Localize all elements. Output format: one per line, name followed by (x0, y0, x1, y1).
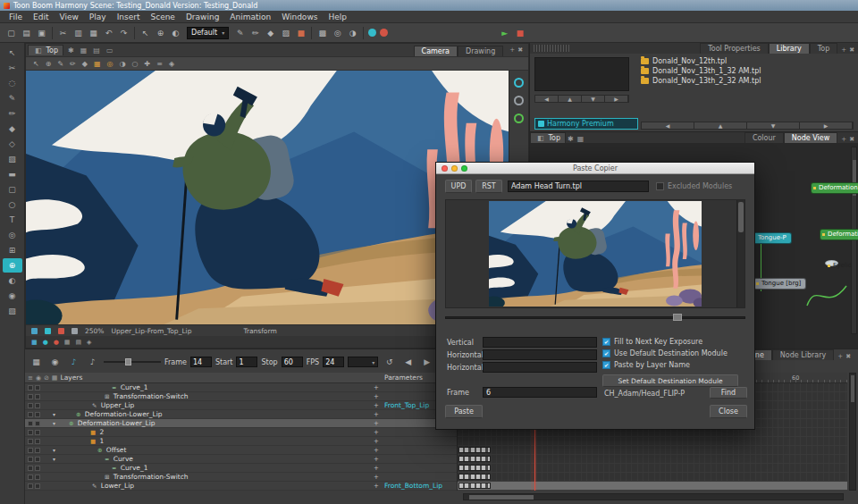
maximize-window-icon[interactable] (461, 165, 467, 172)
paint-icon[interactable]: ◆ (263, 25, 278, 40)
menu-item[interactable]: Edit (28, 13, 54, 21)
menu-item[interactable]: Insert (112, 13, 146, 21)
timeline-layer-row[interactable]: ≈ Curve_1 + (25, 383, 457, 392)
timeline-layer-row[interactable]: ⊞ Transformation-Switch + (25, 473, 457, 482)
scroll-up-icon[interactable]: ▲ (694, 122, 747, 129)
add-parameter-icon[interactable]: + (374, 474, 379, 481)
node-deformation-2[interactable]: Deformation (820, 229, 858, 240)
layer-extra-checkbox[interactable] (35, 403, 40, 408)
panel-drag-handle[interactable] (534, 45, 569, 52)
strip-gem-icon[interactable]: ◈ (87, 339, 91, 346)
layer-extra-checkbox[interactable] (35, 483, 40, 489)
view-menu-icon[interactable]: ≡ (156, 60, 163, 68)
grid-view-icon[interactable]: ▦ (79, 46, 89, 55)
add-parameter-icon[interactable]: + (374, 420, 379, 427)
copy-icon[interactable]: ▥ (71, 25, 86, 40)
minimize-window-icon[interactable] (451, 165, 458, 172)
paste-icon[interactable]: ▦ (86, 25, 101, 40)
option-checkbox[interactable]: ✔ (602, 349, 610, 357)
timeline-layer-row[interactable]: ≈ Curve_1 + (25, 464, 457, 473)
scroll-right-icon[interactable]: ▶ (800, 122, 853, 129)
more-options-icon[interactable]: ◈ (169, 60, 174, 68)
keyframe-block[interactable] (458, 456, 491, 462)
layer-extra-checkbox[interactable] (35, 448, 40, 453)
morph-tool-icon[interactable]: ▧ (3, 304, 22, 318)
add-parameter-icon[interactable]: + (374, 402, 379, 409)
timeline-layer-row[interactable]: ⊞ Transformation-Switch + (25, 392, 457, 401)
layer-enable-checkbox[interactable] (28, 457, 33, 462)
text-tool-icon[interactable]: T (3, 213, 22, 227)
undo-icon[interactable]: ↶ (101, 25, 116, 40)
node-tongue-brg[interactable]: Tongue [brg] (753, 278, 806, 290)
layer-visibility-icon[interactable]: ▦ (29, 355, 44, 370)
timeline-layer-row[interactable]: ▾ ⊕ Offset + (25, 446, 457, 455)
add-parameter-icon[interactable]: + (374, 411, 379, 418)
slider-thumb[interactable] (673, 314, 682, 321)
add-parameter-icon[interactable]: + (374, 384, 379, 391)
scroll-right-icon[interactable]: ▶ (605, 96, 628, 102)
close-view-icon[interactable]: ✖ (849, 136, 854, 143)
horizontal1-field[interactable] (483, 349, 597, 360)
close-view-icon[interactable]: ✖ (845, 353, 851, 360)
camera-mode-icon[interactable] (368, 29, 376, 37)
fps-field[interactable] (323, 357, 344, 367)
strip-teal-icon[interactable]: ● (43, 339, 48, 346)
gear-icon[interactable]: ✱ (566, 135, 576, 143)
layer-enable-checkbox[interactable] (28, 412, 33, 417)
data-view-icon[interactable]: ≡ (28, 374, 33, 382)
timeline-vertical-scrollbar[interactable] (849, 373, 856, 491)
pencil-icon[interactable]: ✎ (232, 25, 248, 40)
node-view-tab[interactable]: Colour (744, 132, 784, 143)
timeline-layer-row[interactable]: ▾ ⊕ Deformation-Lower_Lip + (25, 419, 457, 428)
expand-collapse-icon[interactable]: ▾ (50, 447, 58, 453)
scroll-left-icon[interactable]: ◀ (535, 96, 559, 102)
excluded-modules-checkbox[interactable] (656, 182, 664, 190)
add-view-icon[interactable]: + (837, 353, 843, 360)
timeline-track-row[interactable] (458, 464, 847, 473)
layer-enable-checkbox[interactable] (28, 466, 33, 471)
strip-red-icon[interactable]: ● (54, 339, 59, 346)
add-view-icon[interactable]: + (841, 136, 846, 143)
opengl-view-toggle-icon[interactable] (514, 96, 524, 105)
paint-view-icon[interactable]: ◆ (82, 60, 88, 68)
layer-enable-checkbox[interactable] (28, 385, 33, 391)
keyframe-block[interactable] (458, 447, 491, 453)
redo-icon[interactable]: ↷ (116, 25, 131, 40)
node-view-tab[interactable]: Node View (784, 132, 837, 143)
timeline-layer-row[interactable]: ▾ ≈ Curve + (25, 455, 457, 464)
menu-item[interactable]: Play (84, 13, 112, 21)
timeline-layer-row[interactable]: ■ 2 + (25, 428, 457, 437)
onion-skin-icon[interactable]: ◎ (330, 25, 345, 40)
library-tab[interactable]: Tool Properties (700, 43, 769, 54)
close-view-icon[interactable]: ✖ (849, 46, 854, 54)
sound-icon[interactable]: ♪ (66, 355, 81, 370)
eraser-icon[interactable]: ▨ (278, 25, 293, 40)
select-view-icon[interactable]: ↖ (33, 60, 39, 68)
sound-scrub-icon[interactable]: ♪ (85, 355, 100, 370)
rewind-icon[interactable]: ↺ (382, 355, 397, 370)
new-scene-icon[interactable]: ▢ (4, 25, 19, 40)
layer-extra-checkbox[interactable] (35, 421, 40, 426)
frame-field[interactable] (190, 357, 212, 367)
horizontal2-field[interactable] (483, 362, 597, 373)
grid-toggle-icon[interactable]: ▦ (94, 60, 101, 68)
layer-extra-checkbox[interactable] (35, 385, 40, 391)
layer-enable-checkbox[interactable] (28, 475, 33, 480)
add-parameter-icon[interactable]: + (374, 393, 379, 400)
timeline-layer-row[interactable]: ■ 1 + (25, 437, 457, 446)
pivot-tool-icon[interactable]: ◉ (3, 289, 22, 303)
layer-extra-checkbox[interactable] (35, 430, 40, 435)
scroll-down-icon[interactable]: ▼ (747, 122, 800, 129)
strip-grid-icon[interactable]: ▦ (64, 339, 71, 346)
layer-extra-checkbox[interactable] (35, 439, 40, 444)
close-view-icon[interactable]: ✖ (517, 46, 523, 54)
preview-scrollbar[interactable] (736, 200, 744, 307)
layer-parameter-value[interactable]: Front_Bottom_Lip (384, 482, 442, 490)
view-mode-gray-icon[interactable] (72, 328, 78, 334)
layer-enable-checkbox[interactable] (28, 394, 33, 399)
outline-mode-icon[interactable]: ○ (132, 60, 139, 68)
add-parameter-icon[interactable]: + (374, 438, 379, 445)
transform-icon[interactable]: ⊕ (153, 25, 168, 40)
timeline-track-row[interactable] (458, 473, 847, 482)
vertical-field[interactable] (483, 337, 597, 348)
